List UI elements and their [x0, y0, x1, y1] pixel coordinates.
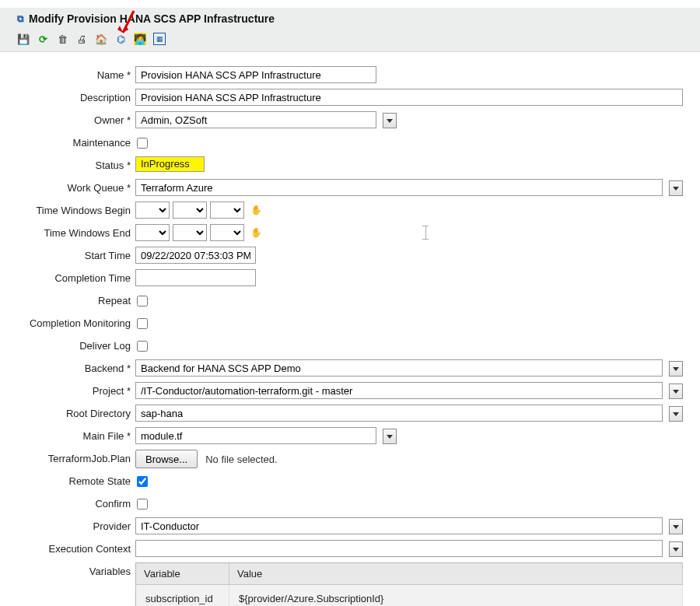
- maintenance-checkbox[interactable]: [137, 138, 148, 149]
- grid-icon[interactable]: ▦: [153, 33, 166, 45]
- form-body: Name Description Owner Maintenance Statu…: [0, 52, 700, 606]
- label-tw-end: Time Windows End: [8, 224, 135, 239]
- main-file-input[interactable]: [135, 427, 376, 444]
- variable-value-cell: ${provider/Azure.SubscriptionId}: [229, 585, 683, 607]
- label-exec-ctx: Execution Context: [8, 540, 135, 555]
- label-status: Status: [8, 156, 135, 171]
- label-backend: Backend: [8, 359, 135, 374]
- label-plan: TerraformJob.Plan: [8, 450, 135, 464]
- label-main-file: Main File: [8, 427, 135, 442]
- label-remote-state: Remote State: [8, 472, 135, 487]
- tw-begin-sel-3[interactable]: [210, 201, 244, 219]
- work-queue-dropdown-icon[interactable]: [669, 180, 683, 196]
- status-value: InProgress: [135, 156, 205, 172]
- label-work-queue: Work Queue: [8, 179, 135, 194]
- tw-end-sel-1[interactable]: [135, 224, 170, 241]
- project-input[interactable]: [135, 382, 663, 399]
- col-value[interactable]: Value: [229, 563, 683, 585]
- start-time-input[interactable]: [135, 247, 256, 264]
- main-file-dropdown-icon[interactable]: [383, 429, 397, 444]
- label-provider: Provider: [8, 517, 135, 532]
- label-tw-begin: Time Windows Begin: [8, 201, 135, 216]
- completion-time-input[interactable]: [135, 269, 256, 286]
- backend-dropdown-icon[interactable]: [669, 361, 683, 377]
- run-icon[interactable]: 🧑‍💻: [134, 33, 146, 45]
- variable-name-cell: subscription_id: [136, 585, 229, 607]
- label-variables: Variables: [8, 562, 135, 577]
- deliver-log-checkbox[interactable]: [137, 341, 148, 352]
- toolbar: 💾 ⟳ 🗑 🖨 🏠 ⌬ 🧑‍💻 ▦: [0, 30, 700, 52]
- repeat-checkbox[interactable]: [137, 296, 148, 307]
- label-completion-time: Completion Time: [8, 269, 135, 284]
- description-input[interactable]: [135, 89, 683, 106]
- clear-tw-end-icon[interactable]: ✋: [247, 227, 262, 238]
- root-directory-dropdown-icon[interactable]: [669, 406, 683, 422]
- confirm-checkbox[interactable]: [137, 499, 148, 510]
- home-icon[interactable]: 🏠: [95, 33, 107, 45]
- save-icon[interactable]: 💾: [17, 33, 30, 45]
- label-description: Description: [8, 89, 135, 103]
- delete-icon[interactable]: 🗑: [56, 33, 68, 45]
- provider-dropdown-icon[interactable]: [669, 519, 683, 534]
- workflow-icon: ⧉: [17, 14, 24, 23]
- label-confirm: Confirm: [8, 495, 135, 510]
- work-queue-input[interactable]: [135, 179, 663, 196]
- tw-begin-sel-2[interactable]: [173, 201, 207, 219]
- tw-end-sel-3[interactable]: [210, 224, 244, 241]
- label-deliver-log: Deliver Log: [8, 337, 135, 352]
- label-maintenance: Maintenance: [8, 134, 135, 149]
- exec-ctx-input[interactable]: [135, 540, 663, 557]
- label-completion-monitoring: Completion Monitoring: [8, 314, 135, 329]
- root-directory-input[interactable]: [135, 405, 663, 422]
- modify-provision-window: ⧉ Modify Provision HANA SCS APP Infrastr…: [0, 0, 700, 606]
- provider-input[interactable]: [135, 517, 663, 534]
- label-name: Name: [8, 66, 135, 81]
- completion-monitoring-checkbox[interactable]: [137, 318, 148, 329]
- clear-tw-begin-icon[interactable]: ✋: [247, 205, 262, 215]
- tw-end-sel-2[interactable]: [173, 224, 207, 241]
- plan-file-status: No file selected.: [201, 454, 278, 465]
- col-variable[interactable]: Variable: [136, 563, 229, 585]
- hierarchy-icon[interactable]: ⌬: [114, 33, 127, 45]
- label-project: Project: [8, 382, 135, 397]
- window-title-bar: ⧉ Modify Provision HANA SCS APP Infrastr…: [0, 8, 700, 30]
- browse-button[interactable]: Browse...: [135, 450, 198, 468]
- label-root-directory: Root Directory: [8, 405, 135, 419]
- table-row[interactable]: subscription_id${provider/Azure.Subscrip…: [136, 585, 683, 607]
- label-owner: Owner: [8, 111, 135, 126]
- label-repeat: Repeat: [8, 292, 135, 307]
- project-dropdown-icon[interactable]: [669, 384, 683, 399]
- owner-dropdown-icon[interactable]: [383, 113, 397, 128]
- exec-ctx-dropdown-icon[interactable]: [669, 541, 683, 557]
- variables-table: Variable Value subscription_id${provider…: [135, 562, 683, 606]
- owner-input[interactable]: [135, 111, 376, 128]
- name-input[interactable]: [135, 66, 376, 83]
- backend-input[interactable]: [135, 359, 663, 377]
- window-title: Modify Provision HANA SCS APP Infrastruc…: [29, 12, 275, 25]
- print-icon[interactable]: 🖨: [75, 33, 88, 45]
- label-start-time: Start Time: [8, 247, 135, 261]
- refresh-icon[interactable]: ⟳: [37, 33, 49, 45]
- remote-state-checkbox[interactable]: [137, 476, 148, 487]
- tw-begin-sel-1[interactable]: [135, 201, 170, 219]
